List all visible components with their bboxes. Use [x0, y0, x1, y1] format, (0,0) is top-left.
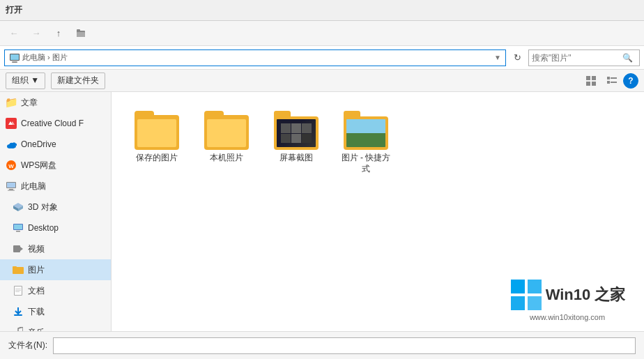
filename-input[interactable]: [53, 337, 636, 354]
search-box: 🔍: [528, 49, 640, 66]
folder-screenshots[interactable]: 屏幕截图: [265, 106, 328, 179]
watermark-logo: Win10 之家: [509, 278, 626, 312]
sidebar-item-onedrive[interactable]: OneDrive: [0, 134, 111, 155]
folder-nav-icon: [76, 29, 86, 38]
onedrive-svg-icon: [6, 140, 17, 148]
address-bar: 此电脑 › 图片 ▼ ↻ 🔍: [0, 46, 644, 70]
folder-pictures-shortcut[interactable]: 图片 - 快捷方式: [335, 106, 397, 179]
downloads-svg-icon: [13, 306, 24, 317]
svg-line-40: [18, 327, 23, 328]
sidebar-item-label: 文章: [21, 97, 38, 109]
organize-button[interactable]: 组织 ▼: [6, 72, 45, 89]
title-bar: 打开: [0, 0, 644, 21]
svg-rect-46: [528, 280, 542, 293]
svg-rect-45: [511, 280, 525, 293]
sidebar-item-video[interactable]: 视频: [0, 238, 111, 259]
up-button[interactable]: ↑: [49, 24, 68, 43]
sidebar-item-label: 下载: [28, 306, 45, 318]
wps-icon: W: [6, 160, 17, 171]
folder-label: 屏幕截图: [279, 153, 313, 164]
svg-rect-31: [13, 266, 17, 268]
sidebar-item-pictures[interactable]: 图片: [0, 259, 111, 280]
pc-icon: [9, 52, 20, 63]
folder-label: 保存的图片: [136, 153, 178, 164]
svg-rect-21: [8, 190, 15, 191]
desktop-svg-icon: [13, 223, 24, 233]
view-icons: ?: [581, 72, 638, 89]
folder-camera-roll[interactable]: 本机照片: [195, 106, 258, 179]
sidebar-item-label: 音乐: [28, 327, 45, 332]
back-button[interactable]: ←: [4, 24, 24, 43]
music-icon: [13, 327, 24, 331]
address-path: 此电脑 › 图片: [9, 52, 68, 63]
svg-text:W: W: [8, 163, 14, 169]
screenshot-grid: [281, 123, 312, 143]
sidebar-item-this-pc[interactable]: 此电脑: [0, 176, 111, 197]
sidebar-item-article[interactable]: 📁 文章: [0, 92, 111, 113]
sidebar-item-desktop[interactable]: Desktop: [0, 217, 111, 238]
folder-thumbnail: [344, 111, 388, 150]
search-input[interactable]: [532, 53, 622, 63]
pictures-folder-icon: [13, 264, 24, 275]
watermark-text-main: Win10 之家: [546, 284, 626, 305]
svg-rect-27: [16, 231, 20, 232]
sidebar-item-label: 视频: [28, 243, 45, 255]
details-icon: [606, 75, 618, 86]
svg-rect-19: [7, 183, 15, 188]
search-icon[interactable]: 🔍: [622, 53, 633, 63]
sidebar-item-3d[interactable]: 3D 对象: [0, 197, 111, 217]
landscape-thumb: [346, 119, 385, 147]
recent-button[interactable]: [71, 24, 91, 43]
downloads-icon: [13, 306, 24, 317]
view-grid-button[interactable]: [581, 72, 601, 89]
view-icon: [585, 75, 597, 86]
sidebar-item-label: 此电脑: [21, 181, 46, 192]
sidebar-item-documents[interactable]: 文档: [0, 280, 111, 301]
svg-rect-20: [9, 189, 13, 190]
svg-rect-28: [13, 245, 20, 252]
svg-rect-26: [14, 224, 22, 229]
3d-svg-icon: [13, 202, 24, 212]
sidebar-item-label: 3D 对象: [28, 201, 58, 213]
desktop-icon: [13, 222, 24, 234]
folder-saved-pictures[interactable]: 保存的图片: [125, 106, 188, 179]
documents-svg-icon: [13, 285, 23, 296]
refresh-button[interactable]: ↻: [509, 49, 526, 66]
svg-rect-4: [12, 61, 17, 63]
svg-marker-29: [20, 247, 23, 251]
forward-button[interactable]: →: [26, 24, 46, 43]
svg-rect-47: [511, 296, 525, 310]
title-bar-text: 打开: [6, 4, 22, 16]
help-button[interactable]: ?: [623, 73, 638, 89]
svg-rect-13: [611, 82, 617, 83]
sidebar-item-wps[interactable]: W WPS网盘: [0, 155, 111, 176]
svg-rect-48: [528, 296, 542, 310]
svg-rect-6: [586, 76, 590, 80]
bottom-bar: 文件名(N):: [0, 331, 644, 359]
address-dropdown-icon[interactable]: ▼: [494, 54, 501, 61]
folder-thumbnail: [204, 111, 249, 150]
onedrive-icon: [6, 139, 17, 150]
pc-icon: [6, 181, 17, 192]
music-svg-icon: [13, 327, 23, 331]
svg-rect-36: [15, 291, 20, 292]
svg-rect-1: [77, 32, 85, 37]
sidebar-item-label: 图片: [28, 264, 45, 276]
new-folder-button[interactable]: 新建文件夹: [51, 72, 105, 89]
view-details-button[interactable]: [602, 72, 622, 89]
svg-rect-9: [592, 82, 596, 86]
sidebar-item-label: Desktop: [28, 223, 59, 233]
sidebar-item-downloads[interactable]: 下载: [0, 301, 111, 322]
sidebar-item-label: 文档: [28, 285, 45, 297]
svg-rect-11: [607, 81, 610, 84]
cc-icon: [6, 118, 17, 129]
folder-label: 本机照片: [210, 153, 243, 164]
filename-label: 文件名(N):: [8, 339, 47, 351]
sidebar: 📁 文章 Creative Cloud F OneDrive: [0, 92, 112, 331]
sidebar-item-creative-cloud[interactable]: Creative Cloud F: [0, 113, 111, 134]
address-text: 此电脑 › 图片: [22, 52, 68, 63]
sidebar-item-music[interactable]: 音乐: [0, 322, 111, 331]
pictures-svg-icon: [13, 265, 24, 275]
watermark-text-url: www.win10xitong.com: [530, 313, 605, 321]
svg-rect-10: [607, 77, 610, 79]
